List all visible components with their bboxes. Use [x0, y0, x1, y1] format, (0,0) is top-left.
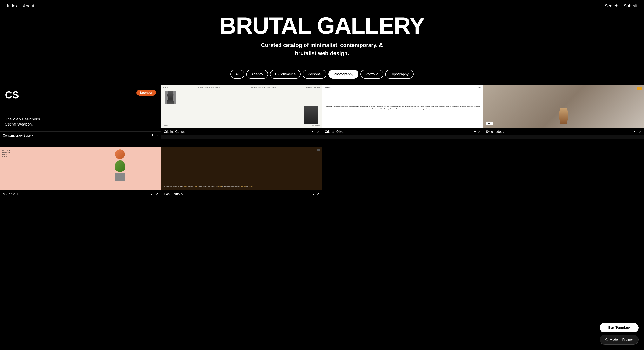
mock-cristina-location: Location: Andalucia, Spain (5:12 AM): [198, 87, 220, 88]
filter-typography[interactable]: Typography: [385, 70, 414, 79]
gallery-row-2: MAPP MTL Perspectives Mapping T... 8th E…: [0, 147, 644, 206]
sponsor-logo: CS: [5, 90, 19, 100]
card-actions-mapp: 👁 ↗: [150, 192, 158, 196]
mock-cristian-stories: STORIES: [324, 87, 330, 89]
card-actions-contemporary: 👁 ↗: [150, 134, 158, 137]
arrow-icon-synchrodogs[interactable]: ↗: [638, 130, 641, 133]
card-thumb-dark: environments, collaborating with teams t…: [161, 147, 322, 190]
card-mapp[interactable]: MAPP MTL Perspectives Mapping T... 8th E…: [0, 147, 161, 198]
mock-mapp-apple-shape: [115, 160, 126, 172]
arrow-icon-mapp[interactable]: ↗: [156, 192, 158, 196]
card-thumb-cristian: STORIES ABOUT allows me to produce visua…: [322, 85, 483, 128]
eye-icon-dark[interactable]: 👁: [312, 192, 314, 196]
eye-icon-cristian[interactable]: 👁: [472, 130, 476, 133]
interior-silhouette: [304, 106, 318, 124]
filter-portfolio[interactable]: Portfolio: [360, 70, 383, 79]
nav-search-link[interactable]: Search: [605, 3, 618, 8]
card-cristina[interactable]: Portfolio Location: Andalucia, Spain (5:…: [161, 85, 322, 139]
arrow-icon-cristian[interactable]: ↗: [478, 130, 480, 133]
navigation: Index About Search Submit: [0, 0, 644, 12]
eye-icon-contemporary[interactable]: 👁: [150, 134, 154, 137]
hero-section: BRUTAL GALLERY Curated catalog of minima…: [0, 12, 644, 65]
person-silhouette: [165, 91, 176, 104]
card-synchrodogs[interactable]: INFO Synchrodogs 👁 ↗: [483, 85, 644, 139]
mock-dark: environments, collaborating with teams t…: [161, 147, 322, 190]
mock-cristian-text-content: allows me to produce visual storytelling…: [324, 105, 480, 110]
eye-icon-mapp[interactable]: 👁: [150, 192, 154, 196]
filter-agency[interactable]: Agency: [246, 70, 268, 79]
nav-right: Search Submit: [605, 3, 637, 8]
sponsor-tagline: The Web Designer's Secret Weapon.: [5, 117, 156, 127]
mock-interior-img: [304, 106, 318, 124]
filter-photography[interactable]: Photography: [328, 70, 358, 79]
mock-cristian-about: ABOUT: [476, 87, 480, 89]
card-thumb-synchrodogs: INFO: [483, 85, 644, 128]
nav-submit-link[interactable]: Submit: [624, 3, 637, 8]
sponsor-tagline-italic: Secret: [5, 122, 16, 126]
hero-title: BRUTAL GALLERY: [4, 14, 640, 37]
mock-cristina-portfolio: Portfolio: [163, 87, 168, 88]
mock-cristian-nav: STORIES ABOUT: [324, 87, 480, 89]
mock-cristina-nav-top: Portfolio Location: Andalucia, Spain (5:…: [163, 87, 320, 88]
mock-cristina-back: Go back: [163, 125, 168, 126]
mock-synchro-top-bar: [637, 87, 642, 90]
arrow-icon-cristina[interactable]: ↗: [316, 130, 319, 133]
mock-mapp-thumb-img: [115, 173, 125, 181]
mock-mapp-left: MAPP MTL Perspectives Mapping T... 8th E…: [2, 149, 80, 188]
arrow-icon-dark[interactable]: ↗: [316, 192, 319, 196]
card-actions-cristina: 👁 ↗: [312, 130, 319, 133]
hero-subtitle: Curated catalog of minimalist, contempor…: [254, 41, 390, 57]
mock-synchro-bg: [483, 85, 644, 128]
empty-col-3: [322, 147, 483, 198]
card-thumb-mapp: MAPP MTL Perspectives Mapping T... 8th E…: [0, 147, 161, 190]
card-title-mapp: MAPP MTL: [3, 192, 19, 196]
card-title-synchrodogs: Synchrodogs: [486, 130, 504, 133]
mock-cristina-explore: Scroll to explore: [312, 125, 320, 126]
sponsor-tagline-plain: The Web Designer's: [5, 117, 40, 121]
filter-ecommerce[interactable]: E-Commerce: [270, 70, 301, 79]
made-in-framer-button[interactable]: ⬡ Made in Framer: [600, 335, 638, 345]
arrow-icon-contemporary[interactable]: ↗: [156, 134, 158, 137]
eye-icon-synchrodogs[interactable]: 👁: [634, 130, 636, 133]
filter-all[interactable]: All: [230, 70, 244, 79]
mock-mapp-perspectives: Perspectives: [2, 152, 80, 153]
card-footer-mapp: MAPP MTL 👁 ↗: [0, 190, 161, 198]
filter-personal[interactable]: Personal: [302, 70, 326, 79]
mock-cristina-bottom-nav: Go back Scroll to explore: [163, 125, 320, 126]
mock-cristina: Portfolio Location: Andalucia, Spain (5:…: [161, 85, 322, 128]
card-footer-synchrodogs: Synchrodogs 👁 ↗: [483, 128, 644, 135]
empty-col-4: [483, 147, 644, 198]
mock-portrait-img: [165, 91, 176, 104]
filter-bar: All Agency E-Commerce Personal Photograp…: [0, 65, 644, 85]
card-cristian[interactable]: STORIES ABOUT allows me to produce visua…: [322, 85, 483, 139]
mock-synchro-info-badge: INFO: [486, 122, 493, 125]
card-title-contemporary: Contemporary Supply: [3, 134, 33, 137]
card-thumb-cristina: Portfolio Location: Andalucia, Spain (5:…: [161, 85, 322, 128]
sponsor-badge: Sponsor: [136, 90, 156, 96]
framer-label: Made in Framer: [610, 338, 633, 342]
mock-cristian-body: allows me to produce visual storytelling…: [324, 90, 480, 125]
card-title-dark: Dark Portfolio: [164, 192, 183, 196]
card-dark[interactable]: environments, collaborating with teams t…: [161, 147, 322, 198]
eye-icon-cristina[interactable]: 👁: [312, 130, 314, 133]
mock-mapp-circle-shape: [115, 149, 125, 159]
card-footer-cristina: Cristina Gómez 👁 ↗: [161, 128, 322, 135]
card-actions-dark: 👁 ↗: [312, 192, 319, 196]
nav-index-link[interactable]: Index: [7, 3, 18, 8]
bottom-buttons: Buy Template ⬡ Made in Framer: [600, 323, 638, 345]
sponsor-card-body: CS Sponsor The Web Designer's Secret Wea…: [0, 85, 161, 132]
card-footer-contemporary: Contemporary Supply 👁 ↗: [0, 132, 161, 139]
sponsor-tagline-end: Weapon.: [17, 122, 33, 126]
card-contemporary-supply[interactable]: CS Sponsor The Web Designer's Secret Wea…: [0, 85, 161, 139]
card-footer-dark: Dark Portfolio 👁 ↗: [161, 190, 322, 198]
synchro-animal-shape: [558, 108, 569, 124]
mock-mapp-title: MAPP MTL: [2, 149, 80, 151]
mock-cristina-nav-items: Navigation: Index, Work, Archive, Contac…: [250, 87, 276, 88]
mock-mapp-right: [81, 149, 159, 188]
card-footer-cristian: Cristian Oliva 👁 ↗: [322, 128, 483, 135]
card-actions-cristian: 👁 ↗: [472, 130, 480, 133]
buy-template-button[interactable]: Buy Template: [600, 323, 638, 332]
nav-about-link[interactable]: About: [23, 3, 34, 8]
mock-synchro: INFO: [483, 85, 644, 128]
nav-left: Index About: [7, 3, 34, 8]
